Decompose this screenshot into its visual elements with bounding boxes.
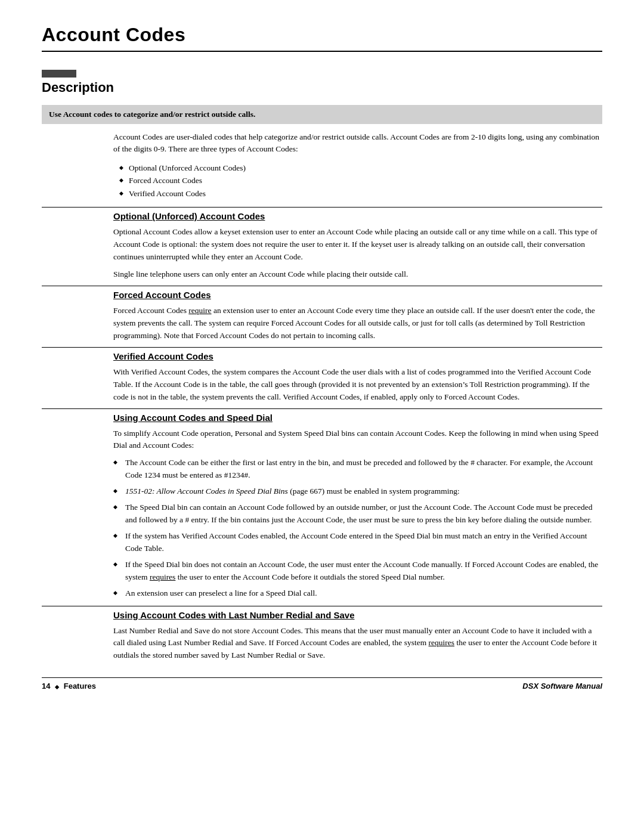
section3-para1: With Verified Account Codes, the system … — [113, 366, 602, 404]
section4-para1: To simplify Account Code operation, Pers… — [113, 428, 602, 453]
intro-paragraph: Account Codes are user-dialed codes that… — [113, 131, 602, 156]
section-divider-5 — [42, 606, 602, 606]
section5-title: Using Account Codes with Last Number Red… — [113, 610, 602, 620]
section5-header-container: Using Account Codes with Last Number Red… — [113, 610, 602, 620]
require-underline: require — [188, 306, 211, 315]
section-divider-3 — [42, 347, 602, 348]
section1-header-container: Optional (Unforced) Account Codes — [113, 211, 602, 221]
section4-header-container: Using Account Codes and Speed Dial — [113, 413, 602, 423]
section3-header-container: Verified Account Codes — [113, 351, 602, 361]
info-box: Use Account codes to categorize and/or r… — [42, 105, 602, 124]
page-footer: 14 ◆ Features DSX Software Manual — [42, 677, 602, 690]
speed-dial-bullet-6: An extension user can preselect a line f… — [113, 587, 602, 600]
speed-dial-bullet-3: The Speed Dial bin can contain an Accoun… — [113, 501, 602, 527]
section1-para1: Optional Account Codes allow a keyset ex… — [113, 226, 602, 264]
section2-header-container: Forced Account Codes — [113, 290, 602, 300]
title-divider — [42, 51, 602, 52]
page-container: Account Codes Description Use Account co… — [0, 0, 644, 702]
section-divider-2 — [42, 286, 602, 286]
description-title: Description — [42, 80, 602, 95]
section1-title: Optional (Unforced) Account Codes — [113, 211, 602, 221]
speed-dial-bullet-2: 1551-02: Allow Account Codes in Speed Di… — [113, 485, 602, 498]
list-item: Optional (Unforced Account Codes) — [119, 162, 602, 175]
description-header-container: Description — [42, 70, 602, 95]
type-list: Optional (Unforced Account Codes) Forced… — [119, 162, 602, 200]
page-title: Account Codes — [42, 24, 602, 46]
requires-underline-2: requires — [429, 638, 454, 647]
section4-title: Using Account Codes and Speed Dial — [113, 413, 602, 423]
footer-right: DSX Software Manual — [522, 682, 602, 690]
description-bar — [42, 70, 76, 78]
speed-dial-bullet-5: If the Speed Dial bin does not contain a… — [113, 559, 602, 584]
section3-title: Verified Account Codes — [113, 351, 602, 361]
section2-para1: Forced Account Codes require an extensio… — [113, 305, 602, 342]
footer-left: 14 ◆ Features — [42, 682, 96, 690]
features-label: Features — [64, 682, 96, 690]
list-item: Verified Account Codes — [119, 187, 602, 200]
speed-dial-bullet-1: The Account Code can be either the first… — [113, 457, 602, 482]
section2-title: Forced Account Codes — [113, 290, 602, 300]
section-divider-1 — [42, 207, 602, 208]
section-divider-4 — [42, 408, 602, 409]
italic-ref: 1551-02: Allow Account Codes in Speed Di… — [125, 487, 288, 496]
section1-para2: Single line telephone users can only ent… — [113, 268, 602, 281]
description-content: Account Codes are user-dialed codes that… — [113, 131, 602, 200]
section5-para1: Last Number Redial and Save do not store… — [113, 625, 602, 662]
diamond-icon: ◆ — [55, 684, 59, 690]
speed-dial-bullet-4: If the system has Verified Account Codes… — [113, 530, 602, 555]
list-item: Forced Account Codes — [119, 174, 602, 187]
page-number: 14 — [42, 682, 50, 690]
manual-label: DSX Software Manual — [522, 682, 602, 690]
speed-dial-bullets: The Account Code can be either the first… — [113, 457, 602, 599]
requires-underline: requires — [150, 572, 175, 581]
